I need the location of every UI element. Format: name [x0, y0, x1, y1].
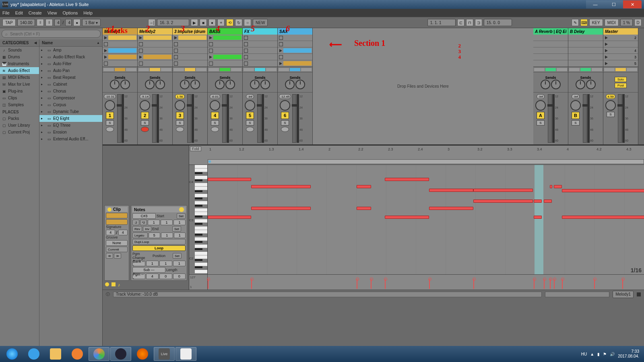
reverse-button[interactable]: Rev [132, 226, 142, 232]
solo-button[interactable]: S [537, 120, 545, 125]
midi-ruler[interactable]: Fold 11.21.31.422.22.32.433.23.33.444.24… [189, 146, 644, 165]
tap-tempo-button[interactable]: TAP [2, 19, 16, 26]
clip-name-field[interactable] [106, 213, 128, 218]
fold-button[interactable]: Fold [190, 146, 201, 151]
send-b-knob[interactable] [190, 80, 200, 89]
track-activator[interactable]: A [537, 112, 545, 119]
taskbar-explorer[interactable] [45, 347, 66, 361]
menu-file[interactable]: File [2, 10, 10, 15]
device-auto-pan[interactable]: ▸▭Auto Pan [39, 67, 102, 74]
capture-button[interactable]: ○ [244, 19, 251, 26]
clip-slot[interactable] [568, 35, 603, 41]
category-midi-effects[interactable]: ▤MIDI Effects [0, 74, 39, 81]
clip-slot[interactable] [208, 60, 242, 67]
clip-slot[interactable] [138, 47, 172, 54]
device-slots[interactable] [138, 67, 172, 72]
scene-launch-column[interactable] [638, 28, 644, 144]
language-indicator[interactable]: HU [581, 352, 587, 356]
loop-button[interactable]: ⊓ [466, 19, 473, 26]
menu-create[interactable]: Create [29, 10, 42, 15]
clip-slot[interactable] [278, 54, 312, 60]
velocity-marker[interactable] [544, 279, 545, 289]
arm-button[interactable] [281, 127, 289, 132]
tray-clock[interactable]: 7:332017.08.04. [618, 349, 639, 359]
double-tempo-button[interactable]: *2 [140, 220, 147, 225]
clip-slot[interactable] [103, 47, 137, 54]
send-b-knob[interactable] [260, 80, 270, 89]
device-beat-repeat[interactable]: ▸▭Beat Repeat [39, 74, 102, 81]
send-b-knob[interactable] [295, 80, 305, 89]
clip-slot[interactable] [533, 60, 568, 67]
solo-button[interactable]: S [572, 120, 580, 125]
window-close-button[interactable]: ✕ [623, 0, 642, 8]
system-tray[interactable]: HU ▲ ▮ ⚑ 🔊 7:332017.08.04. [581, 349, 642, 359]
sub-field[interactable]: Sub --- [132, 267, 165, 273]
arm-button[interactable] [211, 127, 219, 132]
clip-slot[interactable] [138, 60, 172, 67]
midi-note[interactable] [357, 185, 371, 188]
clip-slot[interactable] [568, 54, 603, 60]
send-b-knob[interactable] [551, 80, 561, 89]
device-slots[interactable] [568, 67, 603, 72]
velocity-marker[interactable] [251, 279, 252, 289]
midi-note[interactable] [208, 178, 251, 181]
clip-slot[interactable]: 4 [603, 47, 638, 54]
punch-in-button[interactable]: ⊏ [457, 19, 464, 26]
device-cabinet[interactable]: ▸▭Cabinet [39, 81, 102, 88]
nudge-left-button[interactable]: ≪ [106, 253, 113, 259]
solo-button[interactable]: S [607, 112, 615, 117]
send-a-knob[interactable] [576, 80, 585, 89]
tempo-display[interactable]: 140.00 [17, 19, 35, 26]
clip-slot[interactable] [533, 35, 568, 41]
taskbar-wmp[interactable] [67, 347, 88, 361]
arm-button[interactable] [176, 127, 184, 132]
clip-slot[interactable]: 5 [603, 60, 638, 67]
follow-button[interactable]: →| [148, 19, 155, 26]
overdub-button[interactable]: + [217, 19, 225, 26]
clip-slot[interactable] [138, 54, 172, 60]
category-max-for-live[interactable]: MMax for Live [0, 81, 39, 88]
clip-slot[interactable] [208, 35, 242, 41]
window-maximize-button[interactable]: ☐ [605, 0, 623, 8]
send-a-knob[interactable] [180, 80, 190, 89]
pan-knob[interactable] [280, 100, 290, 111]
track-activator[interactable]: 4 [211, 112, 219, 119]
stop-button[interactable]: ■ [200, 19, 207, 26]
device-compressor[interactable]: ▸▭Compressor [39, 95, 102, 101]
solo-button[interactable]: S [246, 120, 254, 125]
category-clips[interactable]: ▭Clips [0, 95, 39, 101]
track-activator[interactable]: 6 [281, 112, 289, 119]
commit-button[interactable]: Commit [106, 247, 128, 252]
nudge-down-button[interactable]: ⦀ [37, 19, 44, 26]
drop-area[interactable]: Drop Files and Devices Here234 [313, 28, 533, 144]
volume-db[interactable]: -Inf [572, 94, 580, 99]
pan-knob[interactable] [140, 100, 150, 111]
tray-network-icon[interactable]: ▮ [597, 352, 600, 356]
velocity-marker[interactable] [554, 279, 555, 289]
track-header[interactable]: Master [603, 28, 638, 35]
send-a-knob[interactable] [285, 80, 295, 89]
arm-button[interactable] [106, 127, 114, 132]
arrange-position[interactable]: 16. 3. 2 [157, 19, 189, 26]
tray-volume-icon[interactable]: 🔊 [610, 352, 615, 356]
clip-slot[interactable] [243, 47, 277, 54]
midi-note[interactable] [429, 207, 473, 210]
automation-arm-button[interactable]: ⟲ [226, 19, 233, 26]
midi-note[interactable] [473, 189, 533, 192]
clip-slot[interactable] [533, 54, 568, 60]
midi-note[interactable] [562, 189, 644, 192]
track-activator[interactable]: 1 [106, 112, 114, 119]
menu-help[interactable]: Help [83, 10, 93, 15]
time-sig-den[interactable]: 4 [65, 19, 72, 26]
velocity-marker[interactable] [208, 279, 208, 289]
midi-note[interactable] [534, 216, 542, 219]
solo-button[interactable]: S [211, 120, 219, 125]
solo-button[interactable]: S [176, 120, 184, 125]
tray-action-icon[interactable]: ⚑ [603, 352, 607, 356]
clip-slot[interactable] [103, 60, 137, 67]
midi-note[interactable] [550, 185, 552, 188]
clip-slot[interactable] [533, 41, 568, 47]
volume-fader[interactable] [117, 94, 121, 143]
pan-knob[interactable] [105, 100, 115, 111]
volume-fader[interactable] [222, 94, 226, 143]
